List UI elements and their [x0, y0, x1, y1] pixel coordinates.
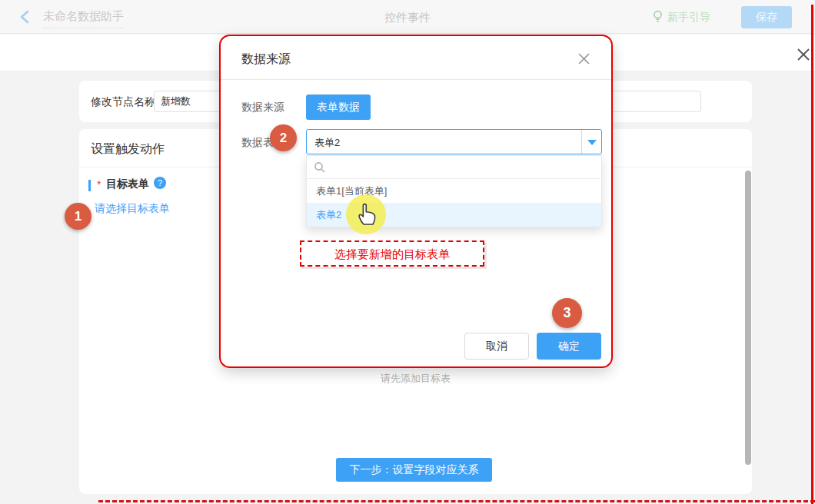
- section-title: 设置触发动作: [91, 141, 165, 158]
- step-badge-1: 1: [65, 203, 91, 230]
- required-mark: *: [97, 178, 101, 191]
- data-table-select[interactable]: 表单2: [306, 129, 602, 154]
- save-button[interactable]: 保存: [741, 6, 792, 28]
- hand-cursor-icon: [356, 199, 379, 227]
- lightbulb-icon: [652, 10, 664, 25]
- step-badge-2: 2: [270, 124, 297, 151]
- select-value: 表单2: [314, 136, 340, 150]
- select-target-form-link[interactable]: 请选择目标表单: [95, 202, 170, 216]
- table-label: 数据表: [241, 136, 274, 150]
- top-bar: 未命名数据助手 控件事件 新手引导 保存: [0, 0, 815, 34]
- modal-header: 数据来源: [221, 36, 611, 80]
- confirm-button[interactable]: 确定: [537, 333, 601, 360]
- source-label: 数据来源: [241, 101, 284, 114]
- modal-title: 数据来源: [241, 51, 291, 68]
- modal-close-icon[interactable]: [577, 51, 591, 66]
- option-form1[interactable]: 表单1[当前表单]: [307, 179, 601, 203]
- field-accent-bar: [88, 180, 91, 191]
- dropdown-search-input[interactable]: [330, 158, 591, 177]
- step-badge-3: 3: [552, 298, 582, 328]
- tutorial-callout: 选择要新增的目标表单: [300, 240, 484, 267]
- next-step-button[interactable]: 下一步：设置字段对应关系: [336, 458, 492, 482]
- question-circle-icon[interactable]: ?: [154, 177, 166, 189]
- caret-zone[interactable]: [581, 130, 601, 154]
- cancel-button[interactable]: 取消: [464, 333, 529, 360]
- form-data-tab[interactable]: 表单数据: [306, 94, 371, 120]
- empty-hint-text: 请先添加目标表: [79, 372, 752, 386]
- scrollbar-thumb[interactable]: [745, 171, 751, 465]
- caret-down-icon: [587, 140, 597, 145]
- search-icon: [314, 161, 326, 174]
- annotation-bottom-dashed-line: [98, 500, 815, 502]
- beginner-guide-label: 新手引导: [667, 11, 710, 25]
- annotation-right-line: [811, 5, 813, 504]
- target-form-label: 目标表单: [106, 177, 149, 191]
- panel-close-icon[interactable]: [795, 46, 812, 63]
- dropdown-search-row: [307, 156, 601, 179]
- app-window: 未命名数据助手 控件事件 新手引导 保存 修改节点名称： 设置触发动作 * 目标…: [0, 0, 815, 504]
- beginner-guide-button[interactable]: 新手引导: [652, 10, 710, 25]
